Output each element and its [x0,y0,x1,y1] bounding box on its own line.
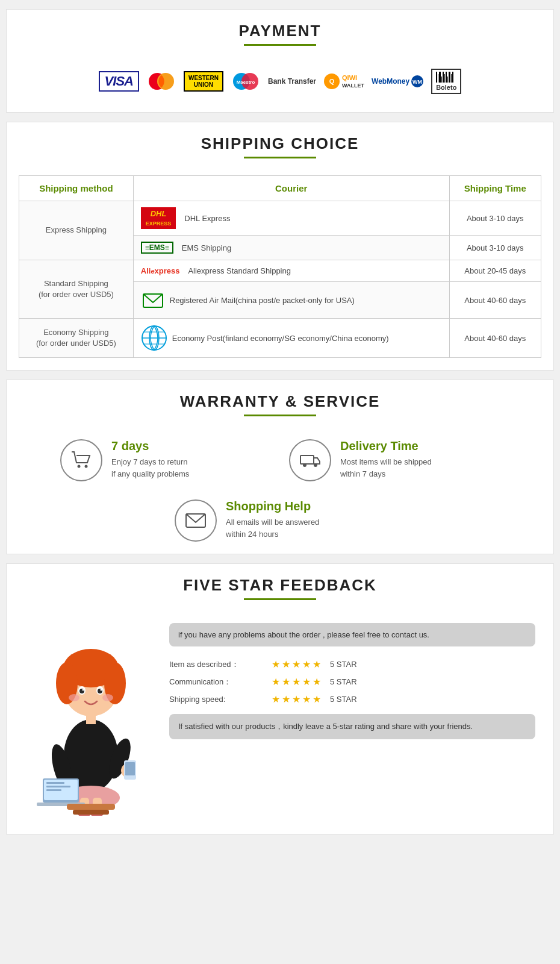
svg-rect-34 [86,713,96,724]
economy-shipping-method: Economy Shipping(for order under USD5) [19,319,134,358]
truck-icon [289,439,331,481]
payment-title: PAYMENT [19,22,541,51]
rating-label-3: Shipping speed: [169,695,266,704]
qiwi-logo: Q QIWIWALLET [323,73,364,90]
mastercard-logo [146,72,176,91]
rating-label-1: Item as described： [169,659,266,670]
warranty-title: WARRANTY & SERVICE [19,392,541,421]
warranty-item-returns: 7 days Enjoy 7 days to returnif any qual… [60,439,271,481]
rating-row-1: Item as described： ★ ★ ★ ★ ★ 5 STAR [169,659,535,670]
courier-header: Courier [133,176,449,201]
feedback-speech-bubble-2: If satisfied with our products，kindly le… [169,714,535,739]
feedback-message-1: if you have any problems about the order… [178,630,429,639]
svg-text:Maestro: Maestro [237,80,255,85]
rating-row-2: Communication： ★ ★ ★ ★ ★ 5 STAR [169,676,535,687]
svg-point-32 [69,694,79,701]
star-5: ★ [313,659,321,670]
warranty-section: WARRANTY & SERVICE 7 days Enjoy 7 days t… [6,380,554,554]
warranty-help-desc: All emails will be answeredwithin 24 hou… [226,516,319,540]
warranty-help-text: Shopping Help All emails will be answere… [226,499,319,540]
svg-rect-53 [73,810,109,815]
star-5: ★ [313,693,321,705]
svg-point-33 [102,694,113,701]
dhl-time: About 3-10 days [449,201,541,236]
airmail-name: Registered Air Mail(china post/e packet-… [170,296,355,305]
star-5: ★ [313,676,321,687]
dhl-name: DHL Express [184,214,230,223]
warranty-delivery-desc: Most items will be shippedwithin 7 days [340,456,432,480]
visa-logo: VISA [99,71,139,92]
feedback-character [25,623,157,816]
table-row: Economy Shipping(for order under USD5) [19,319,541,358]
ali-courier-cell: Aliexpress Aliexpress Standard Shipping [133,260,449,282]
svg-rect-40 [125,762,135,775]
svg-rect-50 [46,786,70,787]
svg-point-15 [78,465,81,468]
airmail-courier-cell: Registered Air Mail(china post/e packet-… [133,282,449,319]
express-shipping-method: Express Shipping [19,201,134,260]
webmoney-logo: WebMoney WM [372,75,424,88]
shipping-table: Shipping method Courier Shipping Time Ex… [19,175,541,358]
ems-courier-cell: ≡EMS≡ EMS Shipping [133,236,449,260]
star-4: ★ [302,676,311,687]
dhl-courier-cell: DHLEXPRESS DHL Express [133,201,449,236]
feedback-title: FIVE STAR FEEDBACK [19,576,541,605]
star-2: ★ [282,659,290,670]
rating-value-1: 5 STAR [330,660,357,669]
star-4: ★ [302,659,311,670]
feedback-section: FIVE STAR FEEDBACK [6,563,554,834]
shipping-title: SHIPPING CHOICE [19,134,541,163]
rating-row-3: Shipping speed: ★ ★ ★ ★ ★ 5 STAR [169,693,535,705]
star-2: ★ [282,693,290,705]
airmail-time: About 40-60 days [449,282,541,319]
ali-name: Aliexpress Standard Shipping [188,266,291,275]
star-4: ★ [302,693,311,705]
star-1: ★ [272,693,280,705]
bank-transfer-logo: Bank Transfer [268,77,316,86]
rating-stars-3: ★ ★ ★ ★ ★ [272,693,321,705]
warranty-delivery-text: Delivery Time Most items will be shipped… [340,439,432,480]
warranty-delivery-heading: Delivery Time [340,439,432,453]
svg-point-18 [303,463,306,467]
star-3: ★ [292,676,300,687]
svg-rect-52 [67,804,115,810]
rating-value-2: 5 STAR [330,677,357,686]
economy-courier-cell: Economy Post(finland economy/SG economy/… [133,319,449,358]
payment-section: PAYMENT VISA WESTERNUNION Maestro Bank T… [6,9,554,113]
svg-rect-49 [46,782,64,784]
rating-stars-2: ★ ★ ★ ★ ★ [272,676,321,687]
shipping-time-header: Shipping Time [449,176,541,201]
svg-point-16 [85,465,88,468]
email-icon [175,499,217,542]
feedback-message-2: If satisfied with our products，kindly le… [178,722,473,731]
svg-rect-17 [300,455,314,464]
rating-value-3: 5 STAR [330,695,357,704]
svg-point-19 [314,463,317,467]
table-row: Standard Shipping(for order over USD5) A… [19,260,541,282]
payment-logos-container: VISA WESTERNUNION Maestro Bank Transfer [19,63,541,100]
cart-icon [60,439,102,481]
shipping-section: SHIPPING CHOICE Shipping method Courier … [6,122,554,371]
svg-rect-51 [46,789,61,791]
maestro-logo: Maestro [231,72,261,91]
rating-stars-1: ★ ★ ★ ★ ★ [272,659,321,670]
star-2: ★ [282,676,290,687]
star-1: ★ [272,659,280,670]
warranty-returns-desc: Enjoy 7 days to returnif any quality pro… [111,456,189,480]
star-1: ★ [272,676,280,687]
svg-point-30 [82,689,84,691]
warranty-item-delivery: Delivery Time Most items will be shipped… [289,439,500,481]
warranty-help-heading: Shopping Help [226,499,319,513]
warranty-item-help: Shopping Help All emails will be answere… [175,499,385,542]
svg-point-31 [101,689,102,691]
warranty-grid: 7 days Enjoy 7 days to returnif any qual… [19,433,541,487]
star-3: ★ [292,659,300,670]
shipping-method-header: Shipping method [19,176,134,201]
feedback-content: if you have any problems about the order… [19,617,541,822]
feedback-right-panel: if you have any problems about the order… [169,623,535,739]
svg-text:Q: Q [329,78,335,85]
star-3: ★ [292,693,300,705]
table-row: Express Shipping DHLEXPRESS DHL Express … [19,201,541,236]
ali-time: About 20-45 days [449,260,541,282]
ems-name: EMS Shipping [182,243,231,252]
